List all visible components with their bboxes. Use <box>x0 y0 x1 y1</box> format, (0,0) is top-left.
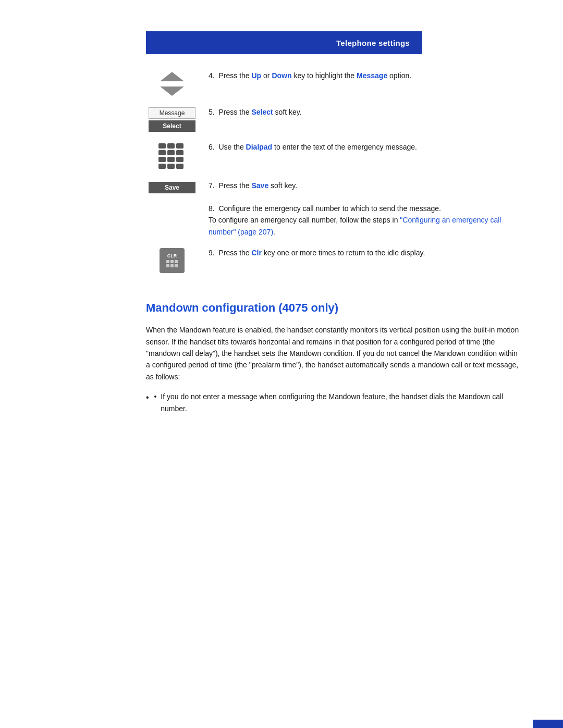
section-heading: Mandown configuration (4075 only) <box>146 301 521 315</box>
save-button-icon: Save <box>149 182 195 193</box>
list-item: • If you do not enter a message when con… <box>146 391 521 414</box>
step-7-icon-col: Save <box>146 181 198 193</box>
clr-bold: Clr <box>251 249 261 257</box>
clr-key-icon: CLR <box>160 248 185 273</box>
up-bold: Up <box>251 71 261 80</box>
config-link[interactable]: "Configuring an emergency call number" (… <box>209 216 501 236</box>
bullet-list: • If you do not enter a message when con… <box>146 391 521 414</box>
step-7-text: 7. Press the Save soft key. <box>198 180 521 191</box>
down-bold: Down <box>272 71 291 80</box>
step-9-icon-col: CLR <box>146 248 198 273</box>
step-4-text: 4. Press the Up or Down key to highlight… <box>198 70 521 81</box>
nav-up-icon <box>158 71 186 82</box>
step-9-text: 9. Press the Clr key one or more times t… <box>198 247 521 258</box>
dialpad-bold: Dialpad <box>246 143 273 151</box>
header-bar: Telephone settings <box>146 31 422 54</box>
step-row-5: Message Select 5. Press the Select soft … <box>146 106 521 132</box>
header-title: Telephone settings <box>336 39 410 47</box>
clr-text-label: CLR <box>167 254 177 258</box>
page-number-box: 209 <box>533 720 563 728</box>
step-row-8: 8. Configure the emergency call number t… <box>146 203 521 238</box>
save-bold: Save <box>251 181 268 190</box>
phone-display: Message <box>149 107 195 119</box>
select-bold: Select <box>251 108 273 116</box>
svg-marker-1 <box>160 87 184 96</box>
section-body: When the Mandown feature is enabled, the… <box>146 324 521 382</box>
content-area: 4. Press the Up or Down key to highlight… <box>146 70 521 414</box>
select-button-icon: Select <box>149 120 195 132</box>
step-row-7: Save 7. Press the Save soft key. <box>146 180 521 193</box>
step-4-icon-col <box>146 71 198 97</box>
dialpad-icon <box>158 143 186 170</box>
nav-down-icon <box>158 85 186 97</box>
step-row-6: 6. Use the Dialpad to enter the text of … <box>146 141 521 170</box>
message-bold: Message <box>357 71 387 80</box>
step-8-text: 8. Configure the emergency call number t… <box>198 203 521 238</box>
clr-grid <box>166 260 178 267</box>
step-5-icon-col: Message Select <box>146 107 198 132</box>
step-6-icon-col <box>146 142 198 170</box>
steps-section: 4. Press the Up or Down key to highlight… <box>146 70 521 282</box>
step-row-4: 4. Press the Up or Down key to highlight… <box>146 70 521 97</box>
step-5-text: 5. Press the Select soft key. <box>198 106 521 118</box>
step-row-9: CLR 9. Press the Clr key one or more tim… <box>146 247 521 273</box>
svg-marker-0 <box>160 72 184 81</box>
page-container: Telephone settings 4. Press the Up or D <box>0 31 563 728</box>
step-6-text: 6. Use the Dialpad to enter the text of … <box>198 141 521 153</box>
bullet-marker: • <box>154 391 161 402</box>
bullet-text: If you do not enter a message when confi… <box>161 391 521 414</box>
